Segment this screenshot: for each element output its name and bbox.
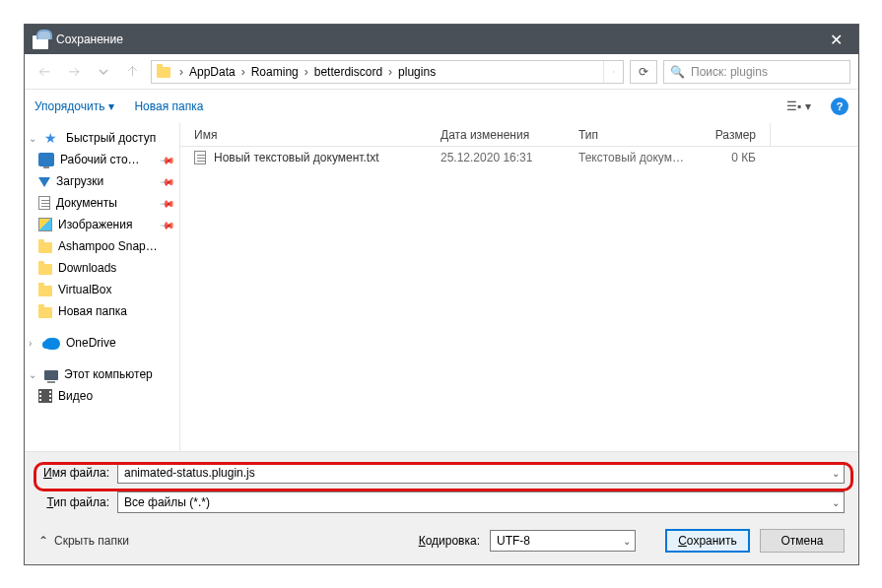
hide-folders-label: Скрыть папки <box>54 534 129 548</box>
chevron-down-icon: ▾ <box>805 99 811 113</box>
encoding-select[interactable]: UTF-8 ⌄ <box>490 530 636 552</box>
pin-icon: 📌 <box>160 195 175 211</box>
save-button[interactable]: Сохранить <box>665 529 750 553</box>
desktop-icon <box>38 153 54 166</box>
folder-icon <box>38 242 52 253</box>
address-row: 🡠 🡢 🡡 › AppData › Roaming › betterdiscor… <box>25 54 858 90</box>
sidebar-folder[interactable]: Ashampoo Snap… <box>25 235 179 257</box>
chevron-right-icon[interactable]: › <box>237 65 249 79</box>
organize-label: Упорядочить <box>34 99 104 113</box>
onedrive-icon <box>44 338 60 350</box>
up-button[interactable]: 🡡 <box>121 60 145 84</box>
new-folder-button[interactable]: Новая папка <box>134 99 203 113</box>
path-dropdown[interactable] <box>603 61 623 83</box>
sidebar-quick-access[interactable]: ⌄★Быстрый доступ <box>25 127 179 149</box>
filetype-value: Все файлы (*.*) <box>124 495 210 509</box>
back-button[interactable]: 🡠 <box>33 60 56 84</box>
folder-icon <box>38 307 52 318</box>
sidebar-downloads[interactable]: Загрузки📌 <box>25 170 179 192</box>
forward-button[interactable]: 🡢 <box>62 60 86 84</box>
col-type[interactable]: Тип <box>565 128 693 142</box>
hide-folders-button[interactable]: ⌃ Скрыть папки <box>38 534 129 548</box>
folder-icon <box>38 264 52 275</box>
sidebar: ⌄★Быстрый доступ Рабочий сто…📌 Загрузки📌… <box>25 123 180 451</box>
new-folder-label: Новая папка <box>134 99 203 113</box>
sidebar-images[interactable]: Изображения📌 <box>25 214 179 235</box>
search-placeholder: Поиск: plugins <box>691 65 768 79</box>
sidebar-folder[interactable]: Новая папка <box>25 300 179 322</box>
cancel-button[interactable]: Отмена <box>760 529 845 553</box>
title-bar: Сохранение ✕ <box>25 25 858 54</box>
breadcrumb-segment[interactable]: AppData <box>187 61 237 83</box>
chevron-right-icon[interactable]: › <box>384 65 396 79</box>
bottom-panel: Имя файла: animated-status.plugin.js ⌄ Т… <box>25 451 858 564</box>
folder-icon <box>154 62 173 82</box>
encoding-value: UTF-8 <box>497 534 530 548</box>
search-input[interactable]: 🔍 Поиск: plugins <box>663 60 850 84</box>
file-icon <box>194 151 206 164</box>
organize-button[interactable]: Упорядочить ▾ <box>34 99 114 113</box>
file-date: 25.12.2020 16:31 <box>427 151 565 164</box>
file-size: 0 КБ <box>693 151 770 164</box>
pin-icon: 📌 <box>160 173 175 189</box>
star-icon: ★ <box>44 131 60 145</box>
sidebar-documents[interactable]: Документы📌 <box>25 192 179 214</box>
column-headers: Имя Дата изменения Тип Размер <box>180 123 858 147</box>
chevron-down-icon: ▾ <box>108 99 114 113</box>
encoding-label: Кодировка: <box>419 534 480 548</box>
sidebar-folder[interactable]: Downloads <box>25 257 179 279</box>
close-button[interactable]: ✕ <box>814 25 858 54</box>
col-size[interactable]: Размер <box>693 128 770 142</box>
filename-label: Имя файла: <box>38 466 109 480</box>
breadcrumb-segment[interactable]: plugins <box>396 61 438 83</box>
pin-icon: 📌 <box>160 217 175 232</box>
notepad-icon <box>33 30 48 49</box>
save-dialog: Сохранение ✕ 🡠 🡢 🡡 › AppData › Roaming ›… <box>24 24 859 565</box>
sidebar-this-pc[interactable]: ⌄Этот компьютер <box>25 363 179 385</box>
filetype-select[interactable]: Все файлы (*.*) ⌄ <box>117 491 845 513</box>
images-icon <box>38 218 52 231</box>
chevron-right-icon[interactable]: › <box>175 65 187 79</box>
chevron-down-icon[interactable]: ⌄ <box>623 536 631 547</box>
chevron-down-icon[interactable]: ⌄ <box>832 497 840 508</box>
pin-icon: 📌 <box>160 152 175 167</box>
sidebar-desktop[interactable]: Рабочий сто…📌 <box>25 149 179 170</box>
pc-icon <box>44 370 58 380</box>
view-options-button[interactable]: ☰▪ ▾ <box>786 99 811 113</box>
chevron-down-icon[interactable]: ⌄ <box>832 468 840 479</box>
col-name[interactable]: Имя <box>180 128 427 142</box>
expand-icon[interactable]: ⌄ <box>29 369 38 380</box>
file-name: Новый текстовый документ.txt <box>214 151 379 164</box>
window-title: Сохранение <box>56 33 814 46</box>
col-date[interactable]: Дата изменения <box>427 128 565 142</box>
breadcrumb-segment[interactable]: betterdiscord <box>312 61 384 83</box>
filename-input[interactable]: animated-status.plugin.js ⌄ <box>117 462 845 484</box>
chevron-right-icon[interactable]: › <box>301 65 312 79</box>
sidebar-videos[interactable]: Видео <box>25 385 179 407</box>
video-icon <box>38 389 52 403</box>
view-icon: ☰▪ <box>786 99 801 113</box>
sidebar-onedrive[interactable]: ›OneDrive <box>25 332 179 354</box>
search-icon: 🔍 <box>670 65 685 79</box>
expand-icon[interactable]: ⌄ <box>29 133 38 144</box>
file-list: Имя Дата изменения Тип Размер Новый текс… <box>180 123 858 451</box>
chevron-up-icon: ⌃ <box>38 534 48 548</box>
file-row[interactable]: Новый текстовый документ.txt 25.12.2020 … <box>180 147 858 168</box>
documents-icon <box>38 196 50 210</box>
filename-value: animated-status.plugin.js <box>124 466 255 480</box>
help-button[interactable]: ? <box>831 98 848 115</box>
breadcrumb-bar[interactable]: › AppData › Roaming › betterdiscord › pl… <box>151 60 624 84</box>
refresh-button[interactable]: ⟳ <box>630 60 657 84</box>
recent-dropdown[interactable] <box>92 60 115 84</box>
toolbar: Упорядочить ▾ Новая папка ☰▪ ▾ ? <box>25 90 858 123</box>
downloads-icon <box>38 177 50 187</box>
filetype-label: Тип файла: <box>38 495 109 509</box>
expand-icon[interactable]: › <box>29 338 38 349</box>
breadcrumb-segment[interactable]: Roaming <box>249 61 301 83</box>
file-type: Текстовый докум… <box>565 151 693 164</box>
folder-icon <box>38 286 52 296</box>
sidebar-folder[interactable]: VirtualBox <box>25 279 179 300</box>
